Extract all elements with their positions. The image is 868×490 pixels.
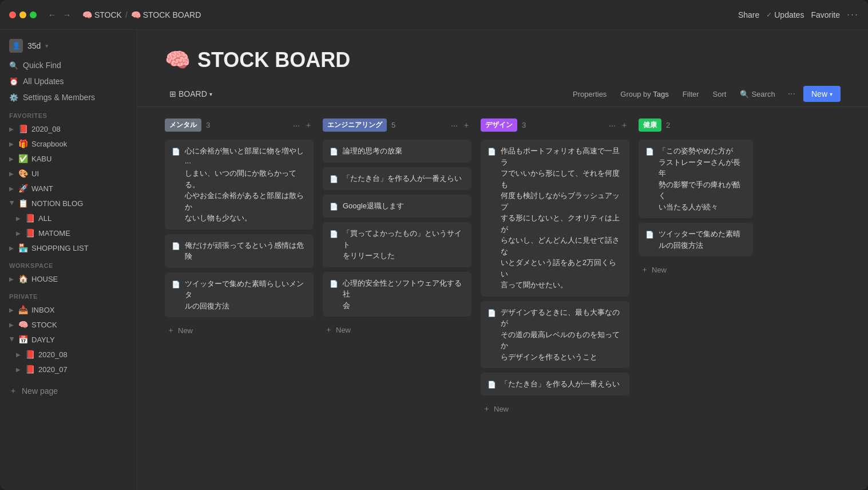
health-count: 2 [666,121,670,129]
sidebar-settings[interactable]: ⚙️ Settings & Members [0,89,137,105]
sidebar-item-stock[interactable]: ▶ 🧠 STOCK [0,317,137,332]
view-selector[interactable]: ⊞ BOARD ▾ [165,87,217,101]
sidebar-user[interactable]: 👤 35d ▾ [0,34,137,57]
column-design: デザイン 3 ··· ＋ 📄 作品もポートフォリオも高速で一旦ラフでいいから形に… [481,116,629,417]
search-button[interactable]: 🔍 Search [735,88,779,101]
workspace-section-label: WORKSPACE [0,255,137,271]
page-title-text: STOCK BOARD [197,48,350,72]
doc-icon: 📄 [645,147,654,157]
breadcrumb-stock-board[interactable]: 🧠 STOCK BOARD [131,10,201,19]
card-mental-1[interactable]: 📄 心に余裕が無いと部屋に物を増やし ···しまい、いつの間にか散らかってる。心… [165,140,314,230]
group-by-button[interactable]: Group by Tags [616,88,673,101]
page-title-emoji: 🧠 [165,48,191,72]
column-more-design[interactable]: ··· [608,120,617,131]
sidebar-item-house[interactable]: ▶ 🏠 HOUSE [0,271,137,286]
chevron-icon: ▶ [9,126,15,132]
chevron-icon: ▶ [16,215,22,222]
more-button[interactable]: ··· [847,9,859,21]
private-section-label: PRIVATE [0,286,137,302]
share-button[interactable]: Share [738,10,759,19]
column-header-health: 健康 2 [639,116,753,134]
sidebar-item-matome[interactable]: ▶ 📕 MATOME [0,226,137,240]
new-button[interactable]: New ▾ [803,86,841,102]
board-grid-icon: ⊞ [169,89,176,98]
sidebar-item-dayly-2020-08[interactable]: ▶ 📕 2020_08 [0,347,137,362]
card-eng-3[interactable]: 📄 Google退職します [323,195,471,218]
chevron-icon: ▶ [9,200,15,206]
breadcrumb-stock[interactable]: 🧠 STOCK [82,10,122,19]
chevron-icon: ▶ [9,171,15,177]
forward-button[interactable]: → [61,9,73,21]
search-icon: 🔍 [9,61,18,70]
tag-design: デザイン [481,118,517,132]
doc-icon: 📄 [330,279,338,289]
traffic-lights [9,11,37,18]
page-header: 🧠 STOCK BOARD [137,30,868,81]
column-more-mental[interactable]: ··· [292,120,301,131]
doc-icon: 📄 [487,380,496,390]
sidebar-item-want[interactable]: ▶ 🚀 WANT [0,181,137,196]
card-design-2[interactable]: 📄 デザインするときに、最も大事なのがその道の最高レベルのものを知ってからデザイ… [481,301,629,369]
chevron-icon: ▶ [9,322,15,328]
sidebar-item-kabu[interactable]: ▶ ✅ KABU [0,151,137,166]
clock-icon: ⏰ [9,77,18,86]
column-more-engineering[interactable]: ··· [450,120,459,131]
sidebar-item-scrapbook[interactable]: ▶ 🎁 Scrapbook [0,136,137,151]
column-new-engineering[interactable]: ＋ New [323,321,471,338]
column-new-health[interactable]: ＋ New [639,261,753,278]
plus-icon: ＋ [325,325,332,335]
favorite-button[interactable]: Favorite [811,10,840,19]
toolbar-more-button[interactable]: ··· [784,86,799,101]
card-mental-3[interactable]: 📄 ツイッターで集めた素晴らしいメンタルの回復方法 [165,272,314,318]
sidebar-item-2020-08[interactable]: ▶ 📕 2020_08 [0,121,137,136]
card-health-1[interactable]: 📄 「この姿勢やめた方がラストレーターさんが長年勢の影響で手の痺れが酷くい当たる… [639,140,753,218]
sidebar-item-inbox[interactable]: ▶ 📥 INBOX [0,302,137,317]
card-eng-1[interactable]: 📄 論理的思考の放棄 [323,140,471,163]
chevron-icon: ▶ [9,156,15,162]
sidebar-item-all[interactable]: ▶ 📕 ALL [0,211,137,226]
updates-button[interactable]: ✓ Updates [766,10,804,19]
doc-icon: 📄 [172,147,180,157]
back-button[interactable]: ← [46,9,58,21]
card-eng-5[interactable]: 📄 心理的安全性とソフトウェア化する社会 [323,272,471,317]
sidebar-quick-find[interactable]: 🔍 Quick Find [0,57,137,73]
chevron-icon: ▶ [9,185,15,192]
card-eng-2[interactable]: 📄 「たたき台」を作る人が一番えらい [323,167,471,190]
doc-icon: 📄 [645,230,654,240]
new-page-button[interactable]: ＋ New page [0,381,137,401]
card-design-1[interactable]: 📄 作品もポートフォリオも高速で一旦ラフでいいから形にして、それを何度も何度も検… [481,140,629,297]
column-add-mental[interactable]: ＋ [303,119,314,132]
column-new-mental[interactable]: ＋ New [165,322,314,339]
filter-button[interactable]: Filter [678,88,704,101]
card-design-3[interactable]: 📄 「たたき台」を作る人が一番えらい [481,373,629,396]
card-mental-2[interactable]: 📄 俺だけが頑張ってるという感情は危険 [165,234,314,268]
chevron-icon: ▶ [9,276,15,282]
sort-button[interactable]: Sort [708,88,731,101]
minimize-button[interactable] [19,11,26,18]
search-icon: 🔍 [740,90,749,98]
sidebar-all-updates[interactable]: ⏰ All Updates [0,73,137,89]
properties-button[interactable]: Properties [568,88,611,101]
card-eng-4[interactable]: 📄 「買ってよかったもの」というサイトをリリースした [323,222,471,267]
sidebar-item-dayly[interactable]: ▶ 📅 DAYLY [0,332,137,347]
board: メンタル 3 ··· ＋ 📄 心に余裕が無いと部屋に物を増やし ···しまい、い… [137,107,868,490]
column-new-design[interactable]: ＋ New [481,400,629,417]
sidebar-item-ui[interactable]: ▶ 🎨 UI [0,166,137,181]
titlebar-nav: ← → [46,9,73,21]
doc-icon: 📄 [330,147,338,157]
card-health-2[interactable]: 📄 ツイッターで集めた素晴ルの回復方法 [639,223,753,256]
plus-icon: ＋ [167,325,175,335]
column-add-design[interactable]: ＋ [619,119,629,132]
tag-mental: メンタル [165,118,201,132]
sidebar-item-notion-blog[interactable]: ▶ 📋 NOTION BLOG [0,196,137,211]
page-title: 🧠 STOCK BOARD [165,48,841,72]
sidebar-item-shopping-list[interactable]: ▶ 🏪 SHOPPING LIST [0,240,137,255]
user-dropdown-icon: ▾ [45,42,49,50]
titlebar-actions: Share ✓ Updates Favorite ··· [738,9,859,21]
favorites-section-label: FAVORITES [0,105,137,121]
sidebar-item-dayly-2020-07[interactable]: ▶ 📕 2020_07 [0,362,137,377]
maximize-button[interactable] [30,11,37,18]
titlebar: ← → 🧠 STOCK / 🧠 STOCK BOARD Share ✓ Upda… [0,0,868,30]
close-button[interactable] [9,11,16,18]
column-add-engineering[interactable]: ＋ [461,119,471,132]
